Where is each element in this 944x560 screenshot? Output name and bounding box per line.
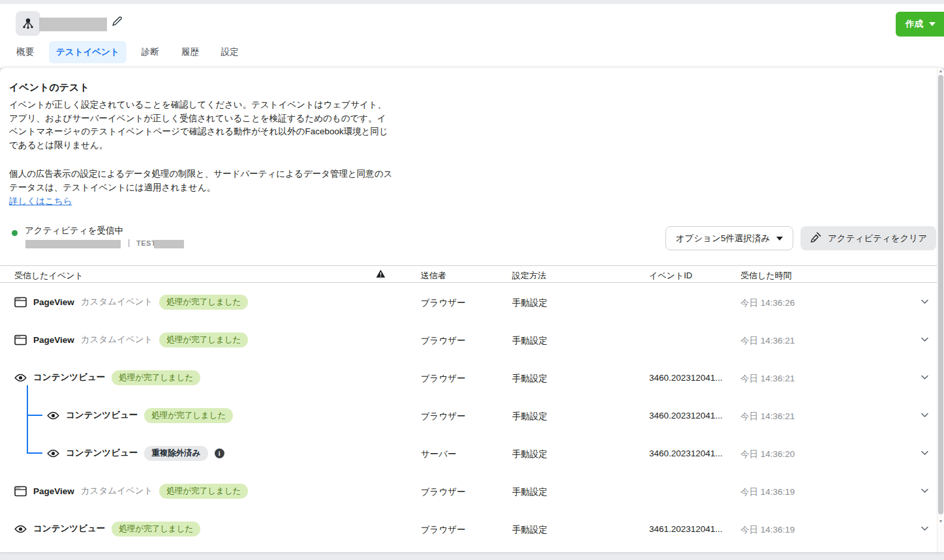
event-rows: PageView カスタムイベント 処理が完了しました i ブラウザー 手動設定… [0,283,937,548]
create-button[interactable]: 作成 [896,12,944,37]
chevron-down-icon [929,22,936,26]
status-badge: 処理が完了しました [159,484,248,499]
app-header: 概要テストイベント診断履歴設定 作成 [0,4,944,68]
cell-event-id: 3460.202312041... [649,449,723,458]
chevron-down-icon[interactable] [920,297,930,309]
column-header-time: 受信した時間 [740,270,792,282]
cell-setup: 手動設定 [512,297,547,309]
cell-time: 今日 14:36:21 [740,335,795,347]
chevron-down-icon[interactable] [920,372,930,385]
cell-setup: 手動設定 [512,411,547,422]
options-dropdown[interactable]: オプション5件選択済み [665,226,793,250]
event-name: コンテンツビュー [33,372,105,383]
intro-paragraph-2: 個人の広告表示の設定によるデータ処理の制限と、サードパーティによるデータ管理と同… [9,168,393,194]
table-row[interactable]: コンテンツビュー 処理が完了しました i ブラウザー 手動設定 3461.202… [0,510,937,548]
status-badge: 処理が完了しました [112,522,200,537]
create-button-label: 作成 [906,18,923,30]
table-row[interactable]: コンテンツビュー 重複除外済み i サーバー 手動設定 3460.2023120… [0,434,937,472]
event-name: PageView [33,335,74,345]
event-name: コンテンツビュー [66,447,138,459]
tree-connector-vertical [27,385,28,453]
test-events-panel: イベントのテスト イベントが正しく設定されていることを確認してください。テストイ… [0,68,944,552]
chevron-down-icon[interactable] [920,334,930,347]
vertical-scrollbar[interactable]: ▲ ▼ [937,68,944,552]
info-icon[interactable]: i [215,449,224,458]
cell-event-id: 3460.202312041... [649,411,723,420]
status-badge: 処理が完了しました [159,295,248,310]
learn-more-link[interactable]: 詳しくはこちら [9,196,72,207]
window-icon [14,334,27,346]
cell-sender: ブラウザー [421,297,466,309]
tab-設定[interactable]: 設定 [214,41,246,63]
window-icon [14,297,27,308]
table-row[interactable]: PageView カスタムイベント 処理が完了しました i ブラウザー 手動設定… [0,321,937,359]
scrollbar-down-icon[interactable]: ▼ [937,519,944,523]
source-id-redacted [25,240,121,248]
clear-activity-button[interactable]: アクティビティをクリア [800,226,936,250]
status-badge: 処理が完了しました [112,370,200,385]
event-subtitle: カスタムイベント [81,296,153,308]
test-code-label: TEST [136,239,156,247]
tab-診断[interactable]: 診断 [134,41,166,63]
chevron-down-icon[interactable] [920,410,930,422]
pixel-node-icon [16,11,40,36]
column-header-event: 受信したイベント [14,270,84,282]
table-row[interactable]: コンテンツビュー 処理が完了しました i ブラウザー 手動設定 3460.202… [0,359,937,396]
chevron-down-icon[interactable] [920,448,930,460]
event-name: コンテンツビュー [66,409,138,421]
cell-setup: 手動設定 [512,335,547,347]
event-name: PageView [33,297,74,307]
cell-sender: ブラウザー [421,486,466,498]
cell-time: 今日 14:36:19 [740,524,795,536]
cell-sender: ブラウザー [421,524,466,536]
cell-sender: サーバー [421,449,457,460]
activity-status-text: アクティビティを受信中 [25,225,123,237]
column-header-event-id: イベントID [649,270,692,282]
intro-paragraph-1: イベントが正しく設定されていることを確認してください。テストイベントはウェブサイ… [9,98,393,152]
edit-name-button[interactable] [109,14,125,30]
chevron-down-icon[interactable] [920,523,930,536]
chevron-down-icon[interactable] [920,486,930,498]
cell-setup: 手動設定 [512,449,547,460]
eye-icon [47,449,59,458]
cell-setup: 手動設定 [512,524,547,536]
chevron-down-icon [776,237,783,241]
tab-履歴[interactable]: 履歴 [174,41,206,63]
test-code-redacted [154,240,184,248]
broom-icon [810,231,822,246]
tab-bar: 概要テストイベント診断履歴設定 [9,41,246,63]
pencil-icon [111,15,123,29]
tab-テストイベント[interactable]: テストイベント [49,41,127,63]
table-row[interactable]: コンテンツビュー 処理が完了しました i ブラウザー 手動設定 3460.202… [0,396,937,434]
warning-icon[interactable] [376,269,386,280]
cell-time: 今日 14:36:19 [740,486,795,498]
page-title: イベントのテスト [9,81,89,94]
eye-icon [14,524,27,534]
event-subtitle: カスタムイベント [81,485,153,497]
table-row[interactable]: PageView カスタムイベント 処理が完了しました i ブラウザー 手動設定… [0,283,937,321]
table-row[interactable]: PageView カスタムイベント 処理が完了しました i ブラウザー 手動設定… [0,472,937,510]
cell-event-id: 3460.202312041... [649,373,723,383]
tab-概要[interactable]: 概要 [9,41,41,63]
scrollbar-up-icon[interactable]: ▲ [937,68,944,73]
table-header: 受信したイベント 送信者 設定方法 イベントID 受信した時間 [0,265,937,283]
status-badge: 重複除外済み [144,446,207,461]
window-icon [14,486,27,497]
cell-time: 今日 14:36:20 [740,449,795,460]
status-separator: | [128,238,130,247]
cell-sender: ブラウザー [421,411,466,422]
column-header-setup: 設定方法 [512,270,546,282]
event-name: コンテンツビュー [33,523,105,535]
scrollbar-thumb[interactable] [938,75,943,514]
tree-connector-branch [27,415,42,416]
cell-time: 今日 14:36:21 [740,411,795,422]
status-badge: 処理が完了しました [144,408,233,423]
cell-setup: 手動設定 [512,486,547,498]
activity-status-dot [12,230,18,236]
tree-connector-branch [27,452,42,454]
eye-icon [47,411,59,420]
column-header-sender: 送信者 [421,270,446,282]
clear-activity-label: アクティビティをクリア [828,233,927,244]
cell-time: 今日 14:36:21 [740,373,795,385]
cell-event-id: 3461.202312041... [649,524,723,534]
